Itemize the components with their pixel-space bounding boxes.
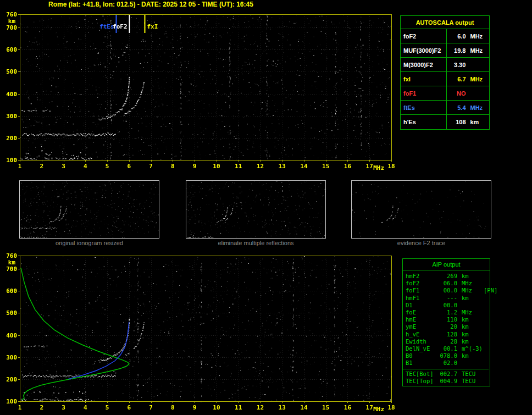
autoscala-param-label: foF1 (401, 86, 447, 100)
aip-val: 269 (437, 273, 457, 280)
aip-unit: MHz (457, 280, 483, 287)
aip-tec-row: TEC[Top]004.9TECU (406, 378, 489, 385)
aip-val: 002.7 (437, 370, 457, 378)
aip-row: ymE20km (406, 323, 489, 330)
aip-label: TEC[Bot] (406, 370, 437, 378)
aip-label: foF2 (406, 280, 437, 287)
aip-note (483, 352, 489, 359)
aip-val: 00.0 (437, 287, 457, 294)
aip-label: B0 (406, 352, 437, 359)
autoscala-row: foF1NO (401, 86, 489, 101)
aip-unit: km (457, 331, 483, 338)
aip-unit: TECU (457, 370, 483, 378)
aip-row: hmF2269km (406, 273, 489, 280)
autoscala-param-value-cell: 3.30 (447, 58, 489, 71)
autoscala-param-unit: MHz (468, 33, 490, 40)
autoscala-row: fxI6.7MHz (401, 72, 489, 86)
aip-note (483, 302, 489, 309)
autoscala-param-value: 6.7 (447, 76, 468, 82)
aip-label: foE (406, 309, 437, 316)
autoscala-param-value-cell: 6.0MHz (447, 29, 489, 43)
aip-note (483, 370, 489, 378)
aip-row: D100.0 (406, 302, 489, 309)
aip-row: DelN_vE00.1m^(-3) (406, 345, 489, 352)
aip-unit: TECU (457, 378, 483, 385)
aip-val: 20 (437, 323, 457, 330)
page-title: Rome (lat: +41.8, lon: 012.5) - DATE: 20… (48, 1, 253, 8)
autoscala-rows: foF26.0MHzMUF(3000)F219.8MHzM(3000)F23.3… (401, 29, 489, 129)
aip-tec-row: TEC[Bot]002.7TECU (406, 370, 489, 378)
aip-output-panel: AIP output hmF2269kmfoF206.0MHzfoF100.0M… (402, 258, 490, 386)
thumbnail-original-ionogram-canvas (20, 181, 159, 238)
aip-note (483, 338, 489, 345)
aip-note (483, 309, 489, 316)
aip-val: 110 (437, 316, 457, 323)
aip-note (483, 331, 489, 338)
aip-val: --- (437, 295, 457, 302)
autoscala-param-unit: MHz (468, 76, 490, 82)
autoscala-param-unit: MHz (468, 104, 490, 111)
restored-ionogram-plot (0, 250, 398, 415)
aip-label: TEC[Top] (406, 378, 437, 385)
autoscala-row: foF26.0MHz (401, 29, 489, 43)
aip-label: B1 (406, 359, 437, 367)
aip-val: 128 (437, 331, 457, 338)
aip-row: foE1.2MHz (406, 309, 489, 316)
aip-unit: MHz (457, 309, 483, 316)
autoscala-param-value: 108 (447, 119, 468, 125)
thumbnail-eliminate-reflections (186, 180, 326, 239)
autoscala-param-unit: MHz (468, 47, 490, 54)
aip-label: hmF2 (406, 273, 437, 280)
aip-row: B102.0 (406, 359, 489, 367)
thumbnail-caption-original: original ionogram resized (19, 240, 159, 246)
aip-unit (457, 302, 483, 309)
aip-note (483, 273, 489, 280)
aip-unit: m^(-3) (457, 345, 483, 352)
autoscala-row: MUF(3000)F219.8MHz (401, 43, 489, 58)
aip-label: h_vE (406, 331, 437, 338)
autoscala-param-value: 19.8 (447, 47, 468, 54)
autoscala-param-label: fxI (401, 72, 447, 86)
aip-note (483, 378, 489, 385)
aip-val: 1.2 (437, 309, 457, 316)
aip-label: Ewidth (406, 338, 437, 345)
thumbnail-original-ionogram (19, 180, 159, 239)
aip-row: foF100.0MHz[PN] (406, 287, 489, 294)
autoscala-param-label: ftEs (401, 101, 447, 114)
aip-rows: hmF2269kmfoF206.0MHzfoF100.0MHz[PN]hmF1-… (403, 270, 490, 386)
autoscala-screen: Rome (lat: +41.8, lon: 012.5) - DATE: 20… (0, 0, 532, 415)
aip-val: 28 (437, 338, 457, 345)
aip-unit: km (457, 338, 483, 345)
autoscala-output-header: AUTOSCALA output (401, 16, 489, 29)
aip-unit: MHz (457, 287, 483, 294)
aip-note: [PN] (483, 287, 497, 294)
aip-output-header: AIP output (403, 259, 490, 270)
aip-note (483, 295, 489, 302)
aip-val: 02.0 (437, 359, 457, 367)
aip-val: 078.0 (437, 352, 457, 359)
aip-note (483, 359, 489, 367)
autoscala-param-unit: km (468, 119, 490, 125)
autoscala-param-value: 3.30 (447, 62, 468, 68)
aip-note (483, 280, 489, 287)
aip-row: Ewidth28km (406, 338, 489, 345)
aip-label: hmF1 (406, 295, 437, 302)
aip-label: hmE (406, 316, 437, 323)
autoscala-param-value-cell: NO (447, 86, 489, 100)
aip-note (483, 323, 489, 330)
aip-row: h_vE128km (406, 331, 489, 338)
aip-unit: km (457, 273, 483, 280)
autoscala-param-value: 5.4 (447, 104, 468, 111)
aip-unit: km (457, 295, 483, 302)
autoscala-param-value-cell: 19.8MHz (447, 43, 489, 57)
aip-unit (457, 359, 483, 367)
aip-row: foF206.0MHz (406, 280, 489, 287)
thumbnail-caption-evidence: evidence F2 trace (351, 240, 491, 246)
thumbnail-caption-eliminate: eliminate multiple reflections (186, 240, 326, 246)
aip-label: foF1 (406, 287, 437, 294)
aip-note (483, 345, 489, 352)
aip-unit: km (457, 352, 483, 359)
aip-val: 00.1 (437, 345, 457, 352)
aip-label: ymE (406, 323, 437, 330)
autoscala-param-value: 6.0 (447, 33, 468, 40)
